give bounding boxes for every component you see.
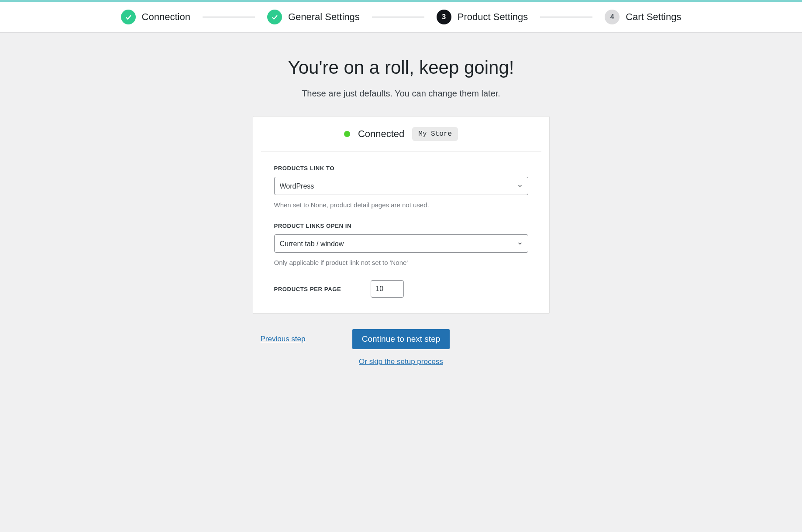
field-products-per-page: PRODUCTS PER PAGE: [274, 280, 528, 298]
field-label: PRODUCTS PER PAGE: [274, 286, 341, 292]
skip-setup-link[interactable]: Or skip the setup process: [359, 357, 443, 366]
step-general-settings[interactable]: General Settings: [267, 10, 360, 24]
previous-step-link[interactable]: Previous step: [261, 335, 306, 343]
products-link-to-select[interactable]: WordPress: [274, 177, 528, 195]
connection-status-row: Connected My Store: [261, 117, 541, 152]
field-products-link-to: PRODUCTS LINK TO WordPress When set to N…: [274, 165, 528, 209]
page-body: You're on a roll, keep going! These are …: [181, 33, 622, 384]
step-cart-settings[interactable]: 4 Cart Settings: [605, 10, 681, 24]
step-label: Product Settings: [458, 11, 528, 23]
step-label: Cart Settings: [626, 11, 681, 23]
status-dot-icon: [344, 131, 350, 137]
check-icon: [121, 10, 136, 24]
step-connector: [372, 17, 424, 17]
page-subtitle: These are just defaults. You can change …: [191, 89, 611, 99]
field-help-text: When set to None, product detail pages a…: [274, 201, 528, 209]
connection-status-label: Connected: [358, 128, 404, 140]
step-product-settings[interactable]: 3 Product Settings: [437, 10, 528, 24]
step-number-badge: 3: [437, 10, 451, 24]
step-number-badge: 4: [605, 10, 620, 24]
page-title: You're on a roll, keep going!: [191, 57, 611, 78]
field-label: PRODUCT LINKS OPEN IN: [274, 223, 528, 229]
settings-card: Connected My Store PRODUCTS LINK TO Word…: [253, 116, 550, 314]
field-product-links-open-in: PRODUCT LINKS OPEN IN Current tab / wind…: [274, 223, 528, 266]
store-name-chip: My Store: [412, 127, 458, 141]
step-label: Connection: [142, 11, 190, 23]
products-per-page-input[interactable]: [371, 280, 404, 298]
step-connector: [203, 17, 255, 17]
continue-button[interactable]: Continue to next step: [352, 329, 450, 349]
field-label: PRODUCTS LINK TO: [274, 165, 528, 172]
check-icon: [267, 10, 282, 24]
step-label: General Settings: [288, 11, 360, 23]
stepper-bar: Connection General Settings 3 Product Se…: [0, 2, 802, 33]
product-links-open-in-select[interactable]: Current tab / window: [274, 234, 528, 253]
step-connector: [540, 17, 592, 17]
actions-row: Previous step Continue to next step: [253, 329, 550, 350]
field-help-text: Only applicable if product link not set …: [274, 259, 528, 266]
step-connection[interactable]: Connection: [121, 10, 190, 24]
